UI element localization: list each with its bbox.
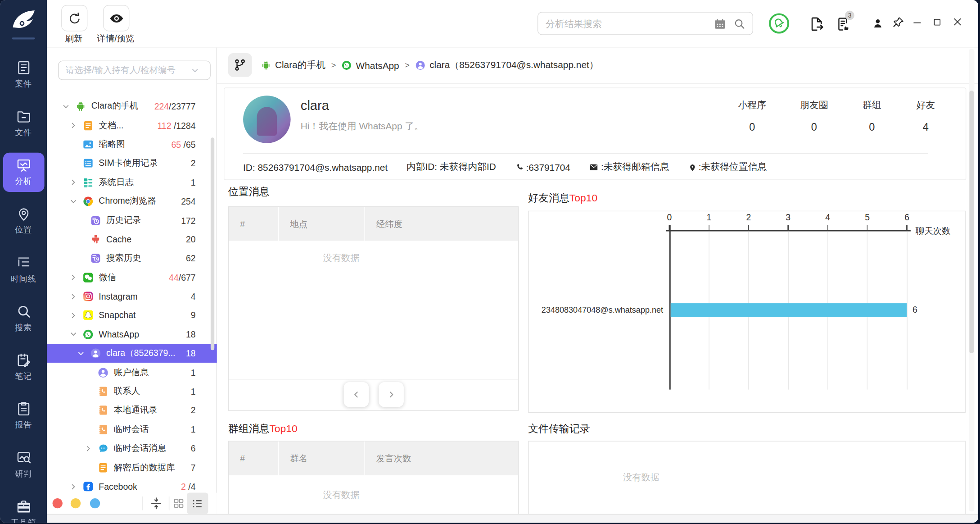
tree-node-device[interactable]: Clara的手机224/23777 — [47, 97, 217, 116]
tree-node-thumbnails[interactable]: 缩略图65 /65 — [47, 135, 217, 154]
chevron-right-icon[interactable] — [69, 121, 82, 129]
chevron-down-icon[interactable] — [77, 349, 90, 357]
maximize-button[interactable] — [932, 17, 943, 27]
chevron-down-icon[interactable] — [69, 330, 82, 338]
main-scrollbar-thumb[interactable] — [969, 91, 974, 353]
tree-node-label: 解密后的数据库 — [114, 462, 175, 473]
tree-node-count: 254 — [181, 196, 195, 206]
sidebar-item-analysis[interactable]: 分析 — [3, 153, 44, 192]
notification-bell-button[interactable] — [768, 13, 790, 35]
pin-icon[interactable] — [892, 16, 904, 29]
chevron-right-icon[interactable] — [69, 483, 82, 491]
tree-node-contacts[interactable]: 联系人1 — [47, 382, 217, 401]
friend-messages-chart-panel: 聊天次数 012345662348083047048@s.whatsapp.ne… — [528, 211, 966, 413]
list-view-icon[interactable] — [190, 497, 203, 510]
tree-node-snapchat[interactable]: Snapchat9 — [47, 306, 217, 325]
breadcrumb-item-app[interactable]: WhatsApp — [342, 60, 399, 71]
footer-divider — [142, 497, 142, 510]
user-icon[interactable] — [872, 17, 884, 30]
android-icon — [261, 60, 271, 71]
sidebar-item-files[interactable]: 文件 — [3, 104, 44, 143]
grid-view-icon[interactable] — [172, 497, 185, 510]
breadcrumb-item-label: clara（85263791704@s.whatsapp.net） — [429, 59, 598, 71]
collapse-all-icon[interactable] — [149, 496, 163, 511]
tree-node-sim-usage[interactable]: SIM卡使用记录2 — [47, 154, 217, 173]
profile-avatar[interactable] — [243, 96, 291, 143]
dot-yellow-button[interactable] — [71, 498, 81, 508]
tree-node-chrome-search[interactable]: 搜索历史62 — [47, 249, 217, 268]
preview-button[interactable] — [103, 5, 129, 31]
tree-node-chrome-cache[interactable]: Cache20 — [47, 230, 217, 249]
tree-node-system-logs[interactable]: 系统日志1 — [47, 173, 217, 192]
chevron-down-icon[interactable] — [62, 102, 75, 110]
tree-node-temp-session[interactable]: 临时会话1 — [47, 420, 217, 439]
breadcrumb-item-device[interactable]: Clara的手机 — [261, 59, 325, 71]
chevron-right-icon[interactable] — [69, 292, 82, 301]
prev-page-button[interactable] — [343, 382, 369, 407]
group-messages-panel: #群名发言次数 没有数据 — [228, 441, 519, 514]
tree-node-temp-session-messages[interactable]: 临时会话消息6 — [47, 439, 217, 458]
contact-icon — [98, 386, 109, 397]
group-empty-state: 没有数据 — [229, 489, 454, 501]
phone-icon — [515, 163, 524, 172]
tree-node-chrome[interactable]: Chrome浏览器254 — [47, 192, 217, 211]
tree-node-count: 62 — [186, 254, 196, 264]
tree-node-label: Chrome浏览器 — [99, 196, 156, 207]
sidebar-item-location[interactable]: 位置 — [3, 201, 44, 241]
sidebar-item-label: 报告 — [15, 419, 32, 431]
sidebar-item-notes[interactable]: 笔记 — [3, 348, 44, 387]
tree-node-account-info[interactable]: 账户信息1 — [47, 363, 217, 382]
tree-node-label: Clara的手机 — [91, 101, 139, 112]
stat-value: 0 — [738, 121, 766, 134]
tree-node-chrome-history[interactable]: 历史记录172 — [47, 211, 217, 230]
sidebar-item-cases[interactable]: 案件 — [3, 55, 44, 94]
tree-structure-button[interactable] — [228, 53, 252, 77]
tree-node-whatsapp-clara[interactable]: clara（8526379...18 — [47, 344, 217, 363]
tree-node-label: 微信 — [99, 272, 116, 283]
minimize-button[interactable] — [912, 18, 923, 28]
menu-icon[interactable] — [16, 500, 32, 516]
chevron-right-icon[interactable] — [69, 273, 82, 282]
tree-panel: 请选择/输入持有人/检材编号 Clara的手机224/23777文档...112… — [47, 47, 217, 523]
search-icon[interactable] — [733, 17, 746, 30]
chevron-right-icon[interactable] — [84, 444, 97, 452]
bar[interactable] — [671, 303, 907, 317]
export-icon[interactable] — [809, 16, 825, 32]
close-button[interactable] — [952, 16, 963, 27]
tree-node-count: 44/677 — [169, 273, 195, 283]
calendar-icon[interactable] — [714, 17, 727, 30]
sidebar-item-report[interactable]: 报告 — [3, 396, 44, 436]
stat-label: 小程序 — [738, 100, 766, 111]
tree-node-count: 112 /1284 — [158, 120, 196, 130]
tree-node-instagram[interactable]: Instagram4 — [47, 287, 217, 306]
tree-node-count: 9 — [191, 310, 196, 320]
chevron-right-icon[interactable] — [69, 178, 82, 187]
column-header: 群名 — [279, 442, 365, 475]
chevron-right-icon[interactable] — [69, 311, 82, 319]
breadcrumb-row: Clara的手机>WhatsApp>clara（85263791704@s.wh… — [217, 47, 978, 84]
tree-scrollbar-thumb[interactable] — [211, 137, 214, 350]
sidebar-item-search[interactable]: 搜索 — [3, 299, 44, 338]
git-branch-icon — [233, 58, 247, 72]
tree-node-decrypted-db[interactable]: 解密后的数据库7 — [47, 458, 217, 477]
breadcrumb-item-account[interactable]: clara（85263791704@s.whatsapp.net） — [415, 59, 598, 71]
tree-node-label: clara（8526379... — [106, 348, 175, 359]
tree-node-wechat[interactable]: 微信44/677 — [47, 268, 217, 287]
refresh-button[interactable] — [61, 5, 87, 31]
chevron-down-icon[interactable] — [69, 197, 82, 205]
next-page-button[interactable] — [379, 382, 404, 407]
dot-blue-button[interactable] — [90, 498, 100, 508]
tree-filter-select[interactable]: 请选择/输入持有人/检材编号 — [58, 61, 211, 80]
tree-node-local-contacts[interactable]: 本地通讯录2 — [47, 401, 217, 420]
tree-node-whatsapp[interactable]: WhatsApp18 — [47, 325, 217, 344]
sidebar-item-judge[interactable]: 研判 — [3, 445, 44, 484]
folder-icon — [15, 108, 32, 124]
tree-node-docs[interactable]: 文档...112 /1284 — [47, 116, 217, 135]
x-tick-label: 5 — [865, 212, 870, 222]
sidebar-item-timeline[interactable]: 时间线 — [3, 250, 44, 289]
group-table-header: #群名发言次数 — [229, 442, 518, 475]
expander-spacer — [84, 387, 97, 396]
dot-red-button[interactable] — [53, 498, 63, 508]
search-input[interactable] — [538, 18, 714, 29]
stat-value: 0 — [800, 121, 828, 134]
